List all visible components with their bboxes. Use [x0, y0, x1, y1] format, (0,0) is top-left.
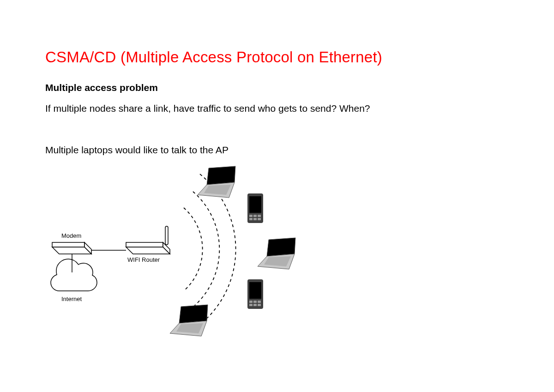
phone-icon [247, 279, 263, 309]
page-title: CSMA/CD (Multiple Access Protocol on Eth… [45, 48, 382, 66]
svg-rect-25 [258, 301, 261, 303]
svg-rect-26 [249, 304, 253, 306]
svg-marker-3 [126, 247, 170, 254]
laptop-icon [198, 166, 235, 198]
svg-marker-7 [207, 166, 235, 185]
svg-rect-15 [249, 218, 253, 220]
router-label: WIFI Router [127, 256, 160, 263]
laptop-icon [258, 238, 295, 269]
network-diagram: Modem WIFI Router Internet [45, 164, 304, 353]
svg-rect-11 [249, 196, 261, 213]
svg-rect-17 [258, 218, 261, 220]
paragraph: Multiple laptops would like to talk to t… [45, 145, 229, 156]
internet-label: Internet [61, 296, 82, 302]
wifi-router-icon [126, 226, 170, 254]
svg-marker-1 [52, 242, 84, 247]
document-page: CSMA/CD (Multiple Access Protocol on Eth… [0, 0, 554, 392]
laptop-icon [170, 305, 208, 336]
svg-rect-28 [258, 304, 261, 306]
svg-rect-12 [249, 215, 253, 217]
modem-icon [52, 242, 91, 254]
modem-label: Modem [61, 232, 81, 239]
svg-marker-18 [267, 238, 295, 256]
svg-marker-29 [179, 305, 208, 323]
svg-rect-14 [258, 215, 261, 217]
internet-cloud-icon [51, 259, 97, 291]
network-diagram-svg [45, 164, 304, 353]
svg-rect-13 [253, 215, 257, 217]
svg-rect-23 [249, 301, 253, 303]
svg-rect-16 [253, 218, 257, 220]
svg-rect-24 [253, 301, 257, 303]
section-heading: Multiple access problem [45, 82, 158, 93]
phone-icon [247, 193, 263, 223]
svg-marker-4 [126, 242, 163, 247]
paragraph: If multiple nodes share a link, have tra… [45, 103, 370, 114]
svg-rect-22 [249, 282, 261, 299]
svg-rect-27 [253, 304, 257, 306]
svg-rect-6 [165, 226, 168, 245]
